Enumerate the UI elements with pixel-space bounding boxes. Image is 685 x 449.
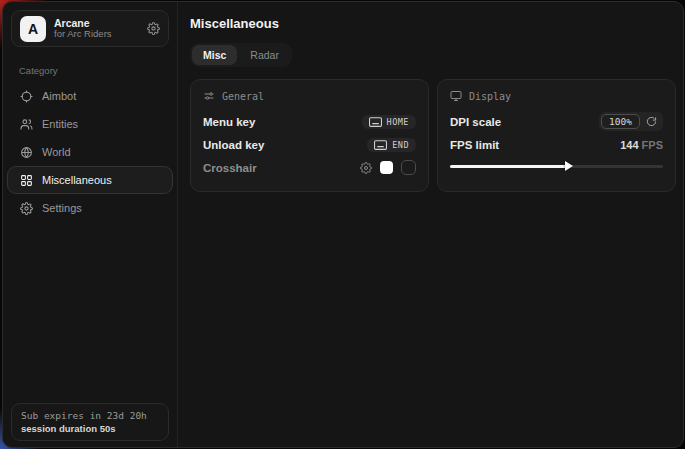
general-card-header: General bbox=[203, 90, 416, 102]
unload-key-value: END bbox=[392, 140, 409, 150]
unload-key-bind-button[interactable]: END bbox=[367, 138, 416, 152]
category-label: Category bbox=[3, 55, 177, 82]
menu-key-value: HOME bbox=[387, 117, 409, 127]
display-card: Display DPI scale 100% FPS limit 144 bbox=[437, 79, 676, 192]
keyboard-icon bbox=[374, 140, 387, 150]
dpi-scale-row: DPI scale 100% bbox=[450, 110, 663, 133]
sidebar-item-label: Miscellaneous bbox=[42, 174, 112, 186]
fps-slider-thumb[interactable] bbox=[565, 161, 573, 171]
crosshair-controls bbox=[360, 160, 416, 175]
tab-bar: Misc Radar bbox=[190, 43, 292, 67]
sidebar-item-label: Aimbot bbox=[42, 90, 76, 102]
sidebar-item-entities[interactable]: Entities bbox=[7, 110, 173, 138]
fps-slider-fill bbox=[450, 165, 567, 168]
sidebar-item-settings[interactable]: Settings bbox=[7, 194, 173, 222]
unload-key-label: Unload key bbox=[203, 139, 264, 151]
fps-limit-row: FPS limit 144 FPS bbox=[450, 133, 663, 156]
unload-key-row: Unload key END bbox=[203, 133, 416, 156]
globe-icon bbox=[20, 146, 33, 159]
fps-limit-slider[interactable] bbox=[450, 160, 663, 172]
sidebar-item-miscellaneous[interactable]: Miscellaneous bbox=[7, 166, 173, 194]
gear-icon bbox=[20, 202, 33, 215]
fps-number: 144 bbox=[620, 139, 638, 151]
menu-key-bind-button[interactable]: HOME bbox=[362, 115, 416, 129]
sliders-icon bbox=[203, 90, 215, 102]
crosshair-label: Crosshair bbox=[203, 162, 257, 174]
app-subtitle: for Arc Riders bbox=[54, 29, 139, 40]
sidebar-nav: Aimbot Entities World Miscellaneous bbox=[3, 82, 177, 222]
tab-radar[interactable]: Radar bbox=[239, 45, 290, 65]
sidebar: A Arcane for Arc Riders Category Aimbot bbox=[3, 2, 178, 447]
menu-key-row: Menu key HOME bbox=[203, 110, 416, 133]
app-avatar: A bbox=[20, 16, 46, 42]
cards-row: General Menu key HOME Unload key bbox=[190, 79, 676, 192]
profile-card[interactable]: A Arcane for Arc Riders bbox=[11, 10, 169, 47]
display-card-header: Display bbox=[450, 90, 663, 102]
profile-gear-icon[interactable] bbox=[147, 22, 160, 35]
tab-misc[interactable]: Misc bbox=[192, 45, 237, 65]
fps-unit: FPS bbox=[642, 139, 663, 151]
session-duration-text: session duration 50s bbox=[21, 423, 159, 434]
app-window: A Arcane for Arc Riders Category Aimbot bbox=[2, 1, 684, 448]
dpi-scale-value[interactable]: 100% bbox=[601, 114, 640, 129]
dpi-scale-label: DPI scale bbox=[450, 116, 501, 128]
subscription-status-card: Sub expires in 23d 20h session duration … bbox=[11, 403, 169, 441]
sidebar-item-label: Settings bbox=[42, 202, 82, 214]
main-content: Miscellaneous Misc Radar General Menu ke… bbox=[178, 2, 684, 447]
sub-expires-text: Sub expires in 23d 20h bbox=[21, 410, 159, 421]
dpi-reset-icon[interactable] bbox=[646, 116, 657, 127]
profile-text: Arcane for Arc Riders bbox=[54, 17, 139, 40]
page-title: Miscellaneous bbox=[190, 16, 676, 31]
crosshair-checkbox[interactable] bbox=[401, 160, 416, 175]
keyboard-icon bbox=[369, 117, 382, 127]
sidebar-item-aimbot[interactable]: Aimbot bbox=[7, 82, 173, 110]
grid-icon bbox=[20, 174, 33, 187]
sidebar-item-world[interactable]: World bbox=[7, 138, 173, 166]
display-card-title: Display bbox=[469, 91, 511, 102]
crosshair-icon bbox=[20, 90, 33, 103]
crosshair-settings-gear-icon[interactable] bbox=[360, 162, 372, 174]
dpi-scale-control[interactable]: 100% bbox=[599, 112, 663, 131]
fps-limit-value: 144 FPS bbox=[620, 139, 663, 151]
crosshair-color-swatch[interactable] bbox=[380, 161, 393, 174]
entities-icon bbox=[20, 118, 33, 131]
general-card: General Menu key HOME Unload key bbox=[190, 79, 429, 192]
general-card-title: General bbox=[222, 91, 264, 102]
fps-limit-label: FPS limit bbox=[450, 139, 499, 151]
crosshair-row: Crosshair bbox=[203, 156, 416, 179]
monitor-icon bbox=[450, 90, 462, 102]
sidebar-item-label: Entities bbox=[42, 118, 78, 130]
sidebar-item-label: World bbox=[42, 146, 71, 158]
menu-key-label: Menu key bbox=[203, 116, 255, 128]
